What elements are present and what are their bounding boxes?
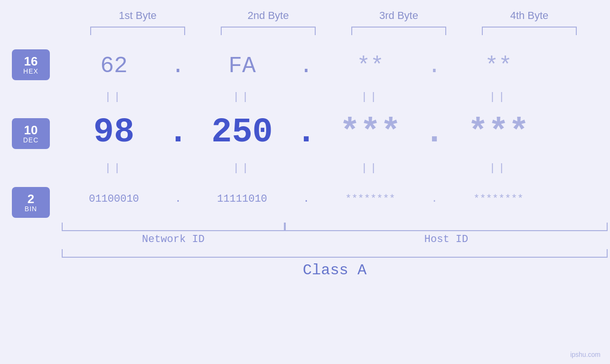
eq-2: || (190, 91, 294, 103)
byte-header-1: 1st Byte (83, 9, 192, 22)
dec-byte-3: *** (318, 113, 422, 152)
byte-header-4: 4th Byte (475, 9, 584, 22)
class-label: Class A (62, 261, 608, 279)
dec-byte-2: 250 (190, 113, 294, 152)
base-labels-column: 16 HEX 10 DEC 2 BIN (0, 45, 62, 218)
bracket-top-1 (90, 27, 185, 35)
dec-dot-2: . (294, 113, 318, 152)
host-id-label: Host ID (285, 233, 608, 245)
equals-row-2: || || || || (62, 159, 608, 177)
bracket-top-4 (482, 27, 577, 35)
hex-row: 62 . FA . ** . ** (62, 45, 608, 87)
eq-1: || (62, 91, 166, 103)
top-bracket-row (73, 27, 595, 35)
bin-byte-2: 11111010 (190, 193, 294, 205)
bracket-top-2 (221, 27, 316, 35)
bracket-host (285, 223, 608, 231)
hex-dot-1: . (166, 53, 190, 79)
hex-dot-2: . (294, 53, 318, 79)
data-area: 62 . FA . ** . ** || || || || 98 (62, 45, 610, 279)
hex-byte-3: ** (318, 53, 422, 79)
bracket-bottom-row (62, 223, 608, 231)
dec-byte-4: *** (446, 113, 551, 152)
network-id-label: Network ID (62, 233, 285, 245)
label-row: Network ID Host ID (62, 233, 608, 245)
bin-dot-1: . (166, 193, 190, 205)
dec-dot-3: . (422, 113, 446, 152)
byte-headers-row: 1st Byte 2nd Byte 3rd Byte 4th Byte (73, 9, 595, 22)
main-container: 1st Byte 2nd Byte 3rd Byte 4th Byte 16 H… (0, 0, 610, 364)
eq-7: || (318, 162, 422, 174)
bin-dot-3: . (422, 193, 446, 205)
bin-byte-4: ******** (446, 193, 551, 205)
bin-dot-2: . (294, 193, 318, 205)
bin-row: 01100010 . 11111010 . ******** . *******… (62, 177, 608, 220)
class-bracket (62, 249, 608, 258)
byte-header-3: 3rd Byte (344, 9, 453, 22)
dec-byte-1: 98 (62, 113, 166, 152)
hex-byte-1: 62 (62, 53, 166, 79)
dec-badge: 10 DEC (12, 118, 50, 149)
main-area: 16 HEX 10 DEC 2 BIN 62 . FA . ** . ** (0, 45, 610, 279)
equals-row-1: || || || || (62, 87, 608, 106)
dec-row: 98 . 250 . *** . *** (62, 106, 608, 159)
bin-badge: 2 BIN (12, 187, 50, 218)
bracket-net (62, 223, 285, 231)
bracket-top-3 (351, 27, 446, 35)
hex-dot-3: . (422, 53, 446, 79)
hex-badge: 16 HEX (12, 49, 50, 80)
bin-byte-1: 01100010 (62, 193, 166, 205)
bottom-section: Network ID Host ID Class A (62, 223, 608, 279)
eq-8: || (446, 162, 551, 174)
byte-header-2: 2nd Byte (214, 9, 323, 22)
dec-dot-1: . (166, 113, 190, 152)
eq-5: || (62, 162, 166, 174)
eq-6: || (190, 162, 294, 174)
eq-3: || (318, 91, 422, 103)
eq-4: || (446, 91, 551, 103)
watermark: ipshu.com (570, 351, 601, 358)
hex-byte-2: FA (190, 53, 294, 79)
hex-byte-4: ** (446, 53, 551, 79)
bin-byte-3: ******** (318, 193, 422, 205)
